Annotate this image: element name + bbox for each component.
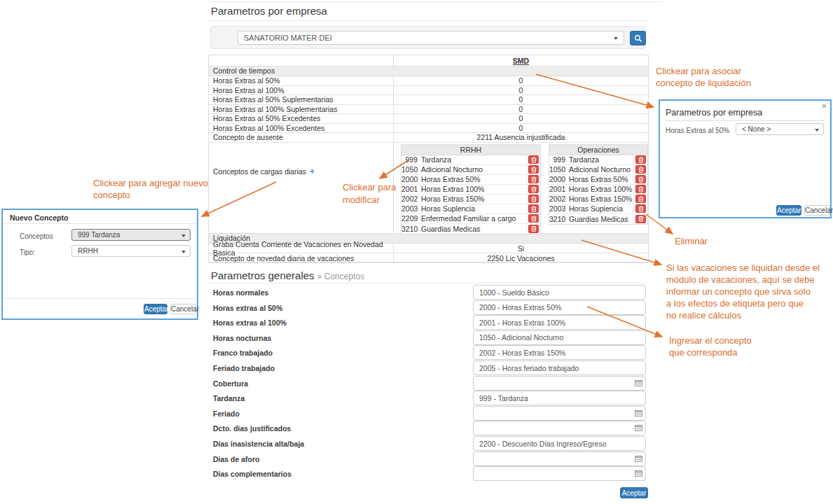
concept-item[interactable]: Horas Extras 50% bbox=[421, 175, 526, 183]
delete-concept-button[interactable] bbox=[635, 165, 646, 174]
tipo-select[interactable]: RRHH bbox=[71, 245, 191, 257]
field-label: Feriado bbox=[213, 410, 240, 418]
asociar-concepto-dialog: × Parametros por empresa Horas Extras al… bbox=[659, 99, 832, 218]
delete-concept-button[interactable] bbox=[528, 195, 539, 203]
nuevo-concepto-cancel-button[interactable]: Cancelar bbox=[170, 304, 196, 314]
lookup-grid-icon[interactable] bbox=[635, 456, 642, 462]
param-value-cell[interactable]: 0 bbox=[394, 105, 648, 113]
param-row: Horas Extras al 50% Excedentes0 bbox=[209, 114, 648, 124]
concept-item[interactable]: Adicional Nocturno bbox=[569, 165, 633, 174]
field-input-wrap bbox=[473, 436, 646, 451]
caret-down-icon bbox=[614, 37, 618, 40]
concept-item[interactable]: Horas Extras 100% bbox=[569, 185, 633, 193]
concept-input[interactable] bbox=[473, 330, 646, 345]
delete-concept-button[interactable] bbox=[635, 204, 646, 213]
delete-concept-button[interactable] bbox=[635, 185, 646, 193]
concept-item[interactable]: Horas Extras 50% bbox=[569, 175, 633, 183]
delete-concept-button[interactable] bbox=[528, 155, 539, 164]
concept-input[interactable] bbox=[473, 466, 646, 481]
concept-delete-cell bbox=[526, 195, 540, 204]
delete-concept-button[interactable] bbox=[635, 215, 646, 223]
param-value-cell[interactable]: 0 bbox=[394, 95, 648, 104]
concept-row: 3210Guardias Medicas bbox=[549, 214, 647, 224]
concept-item[interactable]: Enfermedad Familiar a cargo bbox=[421, 214, 526, 223]
field-label: Horas normales bbox=[213, 288, 268, 297]
asociar-accept-button[interactable]: Aceptar bbox=[776, 205, 801, 216]
concept-input[interactable] bbox=[473, 391, 646, 405]
field-label: Horas extras al 100% bbox=[213, 318, 287, 327]
concept-item[interactable]: Horas Suplencia bbox=[569, 204, 633, 213]
delete-concept-button[interactable] bbox=[528, 175, 539, 183]
concept-item[interactable]: Adicional Nocturno bbox=[421, 165, 526, 174]
lookup-grid-icon[interactable] bbox=[635, 470, 642, 477]
company-column-header[interactable]: SMD bbox=[513, 57, 529, 65]
lookup-grid-icon[interactable] bbox=[635, 410, 642, 416]
field-label: Días inasistencia alta/baja bbox=[213, 440, 304, 448]
concept-delete-cell bbox=[526, 185, 540, 194]
concept-input[interactable] bbox=[473, 376, 646, 391]
concept-input[interactable] bbox=[473, 285, 646, 300]
field-label: Cobertura bbox=[213, 379, 248, 388]
concept-delete-cell bbox=[633, 155, 647, 164]
concept-code: 3210 bbox=[401, 225, 421, 233]
concept-code: 3210 bbox=[549, 215, 569, 223]
param-value-cell[interactable]: 2211 Ausencia injustificada bbox=[394, 133, 648, 141]
conceptos-select[interactable]: 999 Tardanza bbox=[71, 229, 191, 241]
concept-input[interactable] bbox=[473, 360, 646, 375]
nuevo-concepto-accept-button[interactable]: Aceptar bbox=[144, 304, 167, 314]
param-value-cell[interactable]: 2250 Lic Vacaciones bbox=[394, 254, 648, 262]
annotation-line: Clickear para bbox=[343, 181, 397, 194]
caret-down-icon bbox=[181, 234, 186, 237]
concept-item[interactable]: Tardanza bbox=[421, 155, 526, 164]
delete-concept-button[interactable] bbox=[528, 225, 539, 233]
asociar-cancel-button[interactable]: Cancelar bbox=[804, 205, 830, 216]
param-value-cell[interactable]: 0 bbox=[394, 124, 648, 132]
param-value-cell[interactable]: 0 bbox=[394, 114, 648, 122]
field-input-wrap bbox=[473, 345, 646, 360]
delete-concept-button[interactable] bbox=[635, 155, 646, 164]
delete-concept-button[interactable] bbox=[528, 204, 539, 213]
concept-item[interactable]: Guardias Medicas bbox=[569, 215, 633, 223]
company-select[interactable]: SANATORIO MATER DEI bbox=[237, 31, 624, 45]
param-value-cell[interactable]: Si bbox=[394, 244, 648, 253]
concept-input[interactable] bbox=[473, 406, 646, 421]
concept-input[interactable] bbox=[473, 451, 646, 466]
concept-input[interactable] bbox=[473, 300, 646, 315]
field-label: Dcto. dias justificados bbox=[213, 424, 291, 433]
concept-input[interactable] bbox=[473, 345, 646, 360]
concept-item[interactable]: Horas Extras 150% bbox=[569, 195, 633, 203]
concept-delete-cell bbox=[633, 175, 647, 184]
concepto-asociado-select[interactable]: < None > bbox=[736, 123, 824, 135]
delete-concept-button[interactable] bbox=[635, 195, 646, 203]
concept-item[interactable]: Horas Extras 150% bbox=[421, 195, 526, 203]
trash-icon bbox=[531, 225, 537, 232]
concept-item[interactable]: Horas Suplencia bbox=[421, 204, 526, 213]
accept-button-main[interactable]: Aceptar bbox=[620, 487, 648, 498]
concept-delete-cell bbox=[633, 214, 647, 224]
asociar-title-divider bbox=[666, 120, 825, 121]
search-button[interactable] bbox=[630, 31, 646, 46]
param-value-cell[interactable]: 0 bbox=[394, 86, 648, 94]
concept-item[interactable]: Guardias Medicas bbox=[421, 225, 526, 233]
concept-input[interactable] bbox=[473, 436, 646, 451]
concept-item[interactable]: Tardanza bbox=[569, 155, 633, 164]
concept-group-header: Operaciones bbox=[549, 145, 647, 155]
close-icon[interactable]: × bbox=[821, 101, 827, 111]
concept-row: 2001Horas Extras 100% bbox=[401, 185, 540, 195]
concept-input[interactable] bbox=[473, 421, 646, 435]
delete-concept-button[interactable] bbox=[635, 175, 646, 183]
field-input-wrap bbox=[473, 391, 646, 405]
concept-delete-cell bbox=[526, 155, 540, 164]
add-concept-plus-icon[interactable]: + bbox=[310, 167, 315, 176]
annotation-line: Ingresar el concepto bbox=[669, 335, 752, 346]
concept-input[interactable] bbox=[473, 315, 646, 330]
delete-concept-button[interactable] bbox=[528, 214, 539, 223]
lookup-grid-icon[interactable] bbox=[635, 425, 642, 431]
delete-concept-button[interactable] bbox=[528, 185, 539, 193]
lookup-grid-icon[interactable] bbox=[635, 380, 642, 386]
concept-item[interactable]: Horas Extras 100% bbox=[421, 185, 526, 193]
trash-icon bbox=[531, 196, 537, 202]
delete-concept-button[interactable] bbox=[528, 165, 539, 174]
param-row-label: Concepto de novedad diaria de vacaciones bbox=[209, 253, 394, 262]
param-value-cell[interactable]: 0 bbox=[394, 76, 648, 85]
